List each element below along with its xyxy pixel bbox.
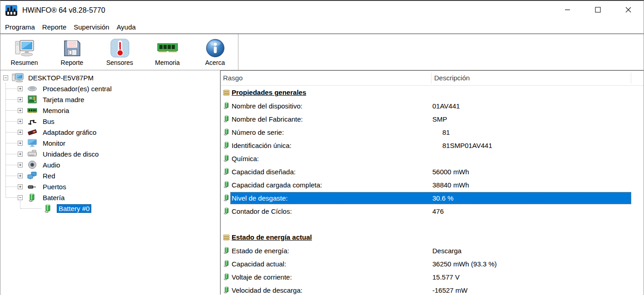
tree-item[interactable]: +Audio bbox=[0, 159, 220, 170]
tree-item-label: Audio bbox=[41, 161, 62, 169]
expand-expander-icon[interactable]: + bbox=[18, 119, 23, 124]
tree-item[interactable]: +Monitor bbox=[0, 138, 220, 148]
property-row[interactable]: Identificación única:81SMP01AV441 bbox=[221, 138, 644, 152]
selected-row-highlight[interactable]: Nivel de desgaste:30.6 % bbox=[230, 192, 631, 204]
tree-item[interactable]: +Tarjeta madre bbox=[0, 94, 220, 105]
property-value: 30.6 % bbox=[431, 194, 631, 202]
minimize-button[interactable] bbox=[552, 1, 583, 20]
row-content[interactable]: Nombre del dispositivo:01AV441 bbox=[230, 100, 631, 112]
expand-expander-icon[interactable]: + bbox=[18, 162, 23, 167]
section-stack-icon bbox=[223, 234, 230, 241]
tree-item[interactable]: +Unidades de disco bbox=[0, 148, 220, 159]
tree-item-label: Adaptador gráfico bbox=[41, 128, 98, 137]
row-content[interactable]: Química: bbox=[230, 152, 631, 165]
menu-item-supervisión[interactable]: Supervisión bbox=[70, 21, 113, 33]
property-row[interactable]: Química: bbox=[221, 152, 644, 165]
audio-icon bbox=[26, 160, 38, 170]
row-content[interactable]: Contador de Cíclos:476 bbox=[230, 205, 631, 217]
property-label: Capacidad actual: bbox=[231, 260, 431, 268]
tree-item[interactable]: +Adaptador gráfico bbox=[0, 127, 220, 138]
toolbar-button-acerca[interactable]: Acerca bbox=[191, 34, 239, 70]
row-content[interactable]: Voltaje de corriente:15.577 V bbox=[230, 271, 631, 283]
section-stack-icon bbox=[223, 89, 230, 96]
tree-item[interactable]: +Procesador(es) central bbox=[0, 83, 220, 94]
collapse-expander-icon[interactable]: − bbox=[18, 195, 23, 200]
row-content[interactable]: Capacidad actual:36250 mWh (93.3 %) bbox=[230, 258, 631, 270]
detail-panel: Rasgo Descripción Propiedades generalesN… bbox=[220, 70, 644, 295]
property-row[interactable]: Voltaje de corriente:15.577 V bbox=[221, 270, 644, 283]
expand-expander-icon[interactable]: + bbox=[18, 173, 23, 178]
property-row[interactable]: Capacidad actual:36250 mWh (93.3 %) bbox=[221, 257, 644, 270]
ports-icon bbox=[26, 182, 38, 192]
property-value: -16527 mW bbox=[431, 286, 631, 294]
tree-item[interactable]: −Batería bbox=[0, 192, 220, 203]
toolbar-button-label: Resumen bbox=[11, 59, 38, 66]
property-row[interactable]: Capacidad diseñada:56000 mWh bbox=[221, 165, 644, 178]
property-label: Voltaje de corriente: bbox=[231, 273, 431, 281]
gpu-icon bbox=[26, 127, 38, 137]
property-label: Velocidad de descarga: bbox=[231, 286, 431, 294]
battery-small-icon bbox=[223, 247, 230, 254]
expand-expander-icon[interactable]: + bbox=[18, 152, 23, 157]
row-content[interactable]: Capacidad cargada completa:38840 mWh bbox=[230, 179, 631, 191]
tree-item[interactable]: +Red bbox=[0, 170, 220, 181]
tree-item[interactable]: Battery #0 bbox=[0, 203, 220, 214]
battery-small-icon bbox=[223, 181, 230, 188]
window-title: HWiNFO® 64 v8.28-5770 bbox=[22, 6, 105, 15]
expand-expander-icon[interactable]: + bbox=[18, 141, 23, 146]
property-row[interactable]: Nivel de desgaste:30.6 % bbox=[221, 191, 644, 204]
toolbar-button-label: Sensores bbox=[106, 59, 133, 66]
tree-item-label: DESKTOP-E5V87PM bbox=[26, 74, 95, 82]
tree-item[interactable]: +Puertos bbox=[0, 181, 220, 192]
toolbar-button-resumen[interactable]: Resumen bbox=[0, 34, 48, 70]
expand-expander-icon[interactable]: + bbox=[18, 130, 23, 135]
menu-bar: ProgramaReporteSupervisiónAyuda bbox=[0, 20, 644, 34]
row-content[interactable]: Número de serie:81 bbox=[230, 126, 631, 138]
property-label: Nivel de desgaste: bbox=[231, 194, 431, 202]
property-row[interactable]: Estado de energía:Descarga bbox=[221, 244, 644, 257]
toolbar-button-memoria[interactable]: Memoria bbox=[144, 34, 191, 70]
row-content[interactable]: Estado de energía:Descarga bbox=[230, 245, 631, 257]
tree-item[interactable]: −DESKTOP-E5V87PM bbox=[0, 72, 220, 83]
property-value: 01AV441 bbox=[431, 102, 631, 110]
property-row[interactable]: Número de serie:81 bbox=[221, 125, 644, 138]
property-row[interactable]: Velocidad de descarga:-16527 mW bbox=[221, 283, 644, 295]
row-content[interactable]: Nombre del Fabricante:SMP bbox=[230, 113, 631, 125]
row-content[interactable]: Capacidad diseñada:56000 mWh bbox=[230, 166, 631, 178]
property-label: Nombre del dispositivo: bbox=[231, 102, 431, 110]
battery-small-icon bbox=[223, 260, 230, 267]
section-row[interactable]: Estado de energía actual bbox=[221, 231, 644, 244]
memory-ram-icon bbox=[157, 38, 178, 58]
property-row[interactable]: Capacidad cargada completa:38840 mWh bbox=[221, 178, 644, 191]
column-separator[interactable] bbox=[431, 73, 431, 84]
tree-item-label: Batería bbox=[41, 193, 66, 202]
menu-item-ayuda[interactable]: Ayuda bbox=[113, 21, 139, 33]
section-row[interactable]: Propiedades generales bbox=[221, 86, 644, 99]
property-row[interactable]: Nombre del dispositivo:01AV441 bbox=[221, 99, 644, 112]
menu-item-programa[interactable]: Programa bbox=[1, 21, 39, 33]
window-controls bbox=[552, 1, 644, 20]
toolbar-button-reporte[interactable]: Reporte bbox=[48, 34, 96, 70]
column-header-rasgo[interactable]: Rasgo bbox=[223, 74, 243, 82]
expand-expander-icon[interactable]: + bbox=[18, 86, 23, 91]
expand-expander-icon[interactable]: + bbox=[18, 108, 23, 113]
collapse-expander-icon[interactable]: − bbox=[3, 75, 8, 80]
close-button[interactable] bbox=[613, 1, 644, 20]
battery-small-icon bbox=[223, 207, 230, 215]
about-info-icon bbox=[206, 38, 225, 58]
property-row[interactable]: Nombre del Fabricante:SMP bbox=[221, 112, 644, 125]
tree-item[interactable]: +Bus bbox=[0, 116, 220, 127]
tree-item-label: Memoria bbox=[41, 106, 71, 115]
expand-expander-icon[interactable]: + bbox=[18, 97, 23, 102]
maximize-button[interactable] bbox=[583, 1, 613, 20]
menu-item-reporte[interactable]: Reporte bbox=[39, 21, 70, 33]
toolbar-button-sensores[interactable]: Sensores bbox=[96, 34, 144, 70]
row-content[interactable]: Velocidad de descarga:-16527 mW bbox=[230, 284, 631, 295]
column-separator[interactable] bbox=[631, 73, 631, 84]
column-header-descripcion[interactable]: Descripción bbox=[434, 74, 470, 82]
expand-expander-icon[interactable]: + bbox=[18, 184, 23, 189]
detail-header: Rasgo Descripción bbox=[221, 71, 644, 86]
row-content[interactable]: Identificación única:81SMP01AV441 bbox=[230, 139, 631, 152]
tree-item[interactable]: +Memoria bbox=[0, 105, 220, 116]
property-row[interactable]: Contador de Cíclos:476 bbox=[221, 204, 644, 217]
